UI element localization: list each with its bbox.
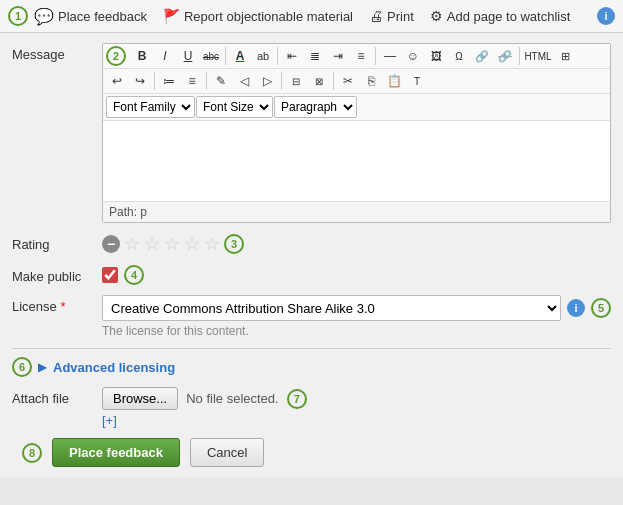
- badge-6: 6: [12, 357, 32, 377]
- html-button[interactable]: HTML: [523, 46, 553, 66]
- attach-file-row: Attach file Browse... No file selected. …: [12, 387, 611, 428]
- copy-button[interactable]: ⎘: [360, 71, 382, 91]
- print-label: Print: [387, 9, 414, 24]
- editor-body[interactable]: [103, 121, 610, 201]
- print-link[interactable]: 🖨 Print: [369, 8, 414, 24]
- make-public-row: Make public 4: [12, 265, 611, 285]
- advanced-licensing-label[interactable]: Advanced licensing: [53, 360, 175, 375]
- report-material-label: Report objectionable material: [184, 9, 353, 24]
- watchlist-icon: ⚙: [430, 8, 443, 24]
- license-hint: The license for this content.: [102, 324, 611, 338]
- unlink-button[interactable]: 🔗: [494, 46, 516, 66]
- make-public-control: 4: [102, 265, 611, 285]
- font-family-select[interactable]: Font Family: [106, 96, 195, 118]
- smiley-button[interactable]: ☺: [402, 46, 424, 66]
- align-center-button[interactable]: ≣: [304, 46, 326, 66]
- attach-file-control: Browse... No file selected. 7 [+]: [102, 387, 611, 428]
- table-props-button[interactable]: ⊠: [308, 71, 330, 91]
- expand-button[interactable]: ⊞: [554, 46, 576, 66]
- strikethrough-button[interactable]: abc: [200, 46, 222, 66]
- rating-control: − ☆ ☆ ☆ ☆ ☆ 3: [102, 233, 611, 255]
- make-public-label: Make public: [12, 265, 102, 284]
- star-5[interactable]: ☆: [204, 233, 220, 255]
- rating-minus-button[interactable]: −: [102, 235, 120, 253]
- main-content: Message 2 B I U abc A ab ⇤ ≣ ⇥ ≡: [0, 33, 623, 477]
- editor-path: Path: p: [103, 201, 610, 222]
- make-public-checkbox[interactable]: [102, 267, 118, 283]
- align-justify-button[interactable]: ≡: [350, 46, 372, 66]
- undo-button[interactable]: ↩: [106, 71, 128, 91]
- image-button[interactable]: 🖼: [425, 46, 447, 66]
- sep5: [154, 72, 155, 90]
- license-select[interactable]: Creative Commons Attribution Share Alike…: [102, 295, 561, 321]
- sep8: [333, 72, 334, 90]
- font-size-select[interactable]: Font Size: [196, 96, 273, 118]
- sep6: [206, 72, 207, 90]
- table-button[interactable]: ⊟: [285, 71, 307, 91]
- toolbar-row-1: 2 B I U abc A ab ⇤ ≣ ⇥ ≡ — ☺ 🖼: [103, 44, 610, 69]
- link-button[interactable]: 🔗: [471, 46, 493, 66]
- align-right-button[interactable]: ⇥: [327, 46, 349, 66]
- sep2: [277, 47, 278, 65]
- star-2[interactable]: ☆: [144, 233, 160, 255]
- info-link[interactable]: i: [597, 7, 615, 25]
- bottom-buttons: 8 Place feedback Cancel: [12, 438, 611, 467]
- browse-button[interactable]: Browse...: [102, 387, 178, 410]
- badge-8: 8: [22, 443, 42, 463]
- license-info-icon[interactable]: i: [567, 299, 585, 317]
- print-icon: 🖨: [369, 8, 383, 24]
- badge-7: 7: [287, 389, 307, 409]
- attach-file-input-row: Browse... No file selected. 7: [102, 387, 611, 410]
- indent-less-button[interactable]: ◁: [233, 71, 255, 91]
- editor-container: 2 B I U abc A ab ⇤ ≣ ⇥ ≡ — ☺ 🖼: [102, 43, 611, 223]
- align-left-button[interactable]: ⇤: [281, 46, 303, 66]
- edit-button[interactable]: ✎: [210, 71, 232, 91]
- star-1[interactable]: ☆: [124, 233, 140, 255]
- sep1: [225, 47, 226, 65]
- place-feedback-link[interactable]: 1 💬 Place feedback: [8, 6, 147, 26]
- license-row: License Creative Commons Attribution Sha…: [12, 295, 611, 338]
- bold-button[interactable]: B: [131, 46, 153, 66]
- attach-file-label: Attach file: [12, 387, 102, 406]
- badge-1: 1: [8, 6, 28, 26]
- place-feedback-button[interactable]: Place feedback: [52, 438, 180, 467]
- advanced-arrow-icon: ▶: [38, 360, 47, 374]
- sep4: [519, 47, 520, 65]
- report-material-link[interactable]: 🚩 Report objectionable material: [163, 8, 353, 24]
- hr-button[interactable]: —: [379, 46, 401, 66]
- advanced-licensing-row: 6 ▶ Advanced licensing: [12, 348, 611, 377]
- font-color-button[interactable]: A: [229, 46, 251, 66]
- cut-button[interactable]: ✂: [337, 71, 359, 91]
- paragraph-select[interactable]: Paragraph: [274, 96, 357, 118]
- no-file-text: No file selected.: [186, 391, 279, 406]
- license-control: Creative Commons Attribution Share Alike…: [102, 295, 611, 338]
- plus-link[interactable]: [+]: [102, 413, 611, 428]
- editor-wrapper: 2 B I U abc A ab ⇤ ≣ ⇥ ≡ — ☺ 🖼: [102, 43, 611, 223]
- toolbar-row-3: Font Family Font Size Paragraph: [103, 94, 610, 121]
- special-chars-button[interactable]: Ω: [448, 46, 470, 66]
- redo-button[interactable]: ↪: [129, 71, 151, 91]
- cancel-button[interactable]: Cancel: [190, 438, 264, 467]
- star-4[interactable]: ☆: [184, 233, 200, 255]
- badge-5: 5: [591, 298, 611, 318]
- paste-text-button[interactable]: T: [406, 71, 428, 91]
- italic-button[interactable]: I: [154, 46, 176, 66]
- indent-more-button[interactable]: ▷: [256, 71, 278, 91]
- underline-button[interactable]: U: [177, 46, 199, 66]
- top-toolbar: 1 💬 Place feedback 🚩 Report objectionabl…: [0, 0, 623, 33]
- rating-label: Rating: [12, 233, 102, 252]
- sep7: [281, 72, 282, 90]
- rating-row: Rating − ☆ ☆ ☆ ☆ ☆ 3: [12, 233, 611, 255]
- paste-button[interactable]: 📋: [383, 71, 405, 91]
- info-icon: i: [597, 7, 615, 25]
- flag-icon: 🚩: [163, 8, 180, 24]
- toolbar-row-2: ↩ ↪ ≔ ≡ ✎ ◁ ▷ ⊟ ⊠ ✂ ⎘ 📋 T: [103, 69, 610, 94]
- watchlist-link[interactable]: ⚙ Add page to watchlist: [430, 8, 571, 24]
- numbered-list-button[interactable]: ≡: [181, 71, 203, 91]
- highlight-button[interactable]: ab: [252, 46, 274, 66]
- star-3[interactable]: ☆: [164, 233, 180, 255]
- badge-2: 2: [106, 46, 126, 66]
- badge-4: 4: [124, 265, 144, 285]
- bullet-list-button[interactable]: ≔: [158, 71, 180, 91]
- sep3: [375, 47, 376, 65]
